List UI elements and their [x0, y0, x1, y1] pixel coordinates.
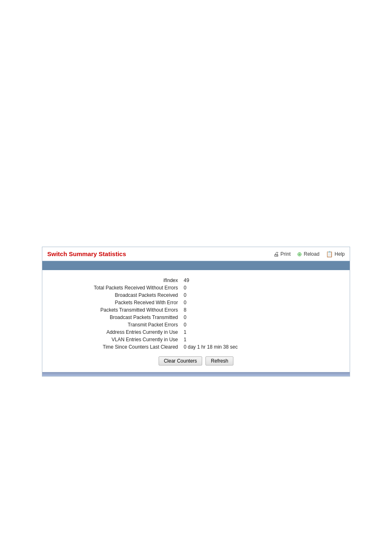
stats-row: Packets Transmitted Without Errors 8: [51, 306, 341, 314]
stat-label: Packets Received With Error: [51, 299, 182, 306]
stats-row: Broadcast Packets Transmitted 0: [51, 314, 341, 321]
stat-value: 1: [182, 336, 341, 343]
stat-value: 0: [182, 299, 341, 306]
stats-row: ifIndex 49: [51, 277, 341, 284]
stat-label: Total Packets Received Without Errors: [51, 284, 182, 291]
header-actions: 🖨 Print ⊕ Reload 📋 Help: [273, 251, 345, 257]
stat-label: VLAN Entries Currently in Use: [51, 336, 182, 343]
stat-label: Transmit Packet Errors: [51, 321, 182, 328]
clear-counters-button[interactable]: Clear Counters: [159, 356, 203, 365]
stat-label: ifIndex: [51, 277, 182, 284]
button-row: Clear Counters Refresh: [51, 356, 341, 365]
panel-title: Switch Summary Statistics: [47, 250, 126, 257]
stats-row: Broadcast Packets Received 0: [51, 291, 341, 299]
reload-button[interactable]: ⊕ Reload: [297, 251, 319, 257]
stats-row: VLAN Entries Currently in Use 1: [51, 336, 341, 343]
stat-value: 8: [182, 306, 341, 314]
stat-label: Packets Transmitted Without Errors: [51, 306, 182, 314]
stat-value: 49: [182, 277, 341, 284]
stat-value: 0: [182, 284, 341, 291]
stats-table: ifIndex 49 Total Packets Received Withou…: [51, 277, 341, 351]
stats-row: Address Entries Currently in Use 1: [51, 328, 341, 336]
stats-row: Transmit Packet Errors 0: [51, 321, 341, 328]
blue-bar-top: [42, 261, 350, 270]
main-panel: Switch Summary Statistics 🖨 Print ⊕ Relo…: [42, 247, 350, 377]
stat-label: Broadcast Packets Received: [51, 291, 182, 299]
help-button[interactable]: 📋 Help: [326, 251, 345, 257]
stat-value: 0: [182, 291, 341, 299]
stat-label: Broadcast Packets Transmitted: [51, 314, 182, 321]
stats-row: Packets Received With Error 0: [51, 299, 341, 306]
help-icon: 📋: [326, 251, 333, 257]
stat-label: Time Since Counters Last Cleared: [51, 343, 182, 351]
reload-icon: ⊕: [297, 251, 302, 257]
stats-row: Total Packets Received Without Errors 0: [51, 284, 341, 291]
stat-label: Address Entries Currently in Use: [51, 328, 182, 336]
print-button[interactable]: 🖨 Print: [273, 251, 291, 257]
print-icon: 🖨: [273, 251, 279, 257]
stat-value: 0: [182, 321, 341, 328]
help-label: Help: [334, 251, 345, 257]
stat-value: 0 day 1 hr 18 min 38 sec: [182, 343, 341, 351]
print-label: Print: [281, 251, 291, 257]
blue-bar-bottom: [42, 372, 350, 376]
page-wrapper: Switch Summary Statistics 🖨 Print ⊕ Relo…: [0, 0, 392, 555]
stat-value: 0: [182, 314, 341, 321]
stats-row: Time Since Counters Last Cleared 0 day 1…: [51, 343, 341, 351]
reload-label: Reload: [304, 251, 319, 257]
stat-value: 1: [182, 328, 341, 336]
refresh-button[interactable]: Refresh: [205, 356, 233, 365]
panel-header: Switch Summary Statistics 🖨 Print ⊕ Relo…: [42, 247, 350, 261]
panel-body: ifIndex 49 Total Packets Received Withou…: [42, 270, 350, 372]
